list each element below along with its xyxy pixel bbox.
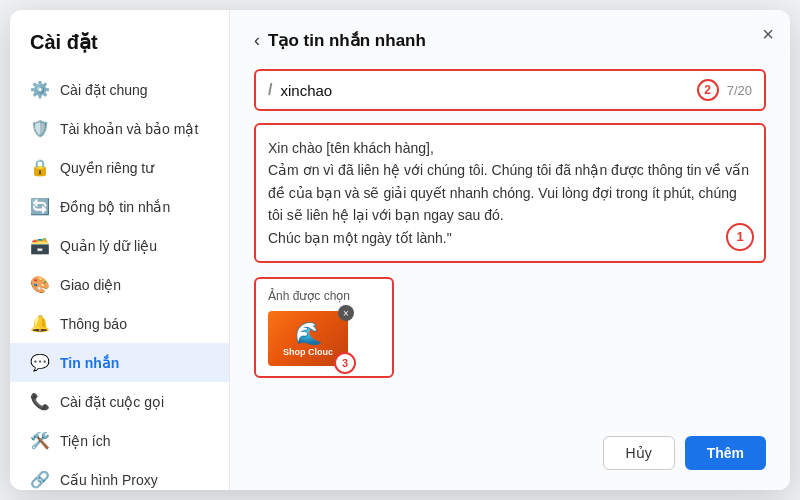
sidebar-item-calls[interactable]: 📞 Cài đặt cuộc gọi xyxy=(10,382,229,421)
sidebar-item-general[interactable]: ⚙️ Cài đặt chung xyxy=(10,70,229,109)
sidebar-item-label: Quyền riêng tư xyxy=(60,160,154,176)
sidebar-title: Cài đặt xyxy=(10,26,229,70)
sidebar-item-utilities[interactable]: 🛠️ Tiện ích xyxy=(10,421,229,460)
image-thumb-wrapper: 🌊 Shop Clouc × 3 xyxy=(268,311,348,366)
image-section-label: Ảnh được chọn xyxy=(268,289,380,303)
sidebar-item-label: Đồng bộ tin nhắn xyxy=(60,199,170,215)
settings-dialog: Cài đặt ⚙️ Cài đặt chung 🛡️ Tài khoản và… xyxy=(10,10,790,490)
badge-2: 2 xyxy=(697,79,719,101)
utilities-icon: 🛠️ xyxy=(30,431,50,450)
sidebar-item-account[interactable]: 🛡️ Tài khoản và bảo mật xyxy=(10,109,229,148)
interface-icon: 🎨 xyxy=(30,275,50,294)
add-button[interactable]: Thêm xyxy=(685,436,766,470)
sidebar-item-label: Tiện ích xyxy=(60,433,111,449)
sidebar-item-label: Cấu hình Proxy xyxy=(60,472,158,488)
sidebar-item-data[interactable]: 🗃️ Quản lý dữ liệu xyxy=(10,226,229,265)
sidebar-item-notification[interactable]: 🔔 Thông báo xyxy=(10,304,229,343)
main-header: ‹ Tạo tin nhắn nhanh xyxy=(254,30,766,51)
calls-icon: 📞 xyxy=(30,392,50,411)
slash-prefix: / xyxy=(268,81,272,99)
sidebar-item-label: Thông báo xyxy=(60,316,127,332)
sidebar-item-label: Tài khoản và bảo mật xyxy=(60,121,198,137)
remove-image-button[interactable]: × xyxy=(338,305,354,321)
badge-1: 1 xyxy=(726,223,754,251)
general-icon: ⚙️ xyxy=(30,80,50,99)
account-icon: 🛡️ xyxy=(30,119,50,138)
sidebar-item-label: Giao diện xyxy=(60,277,121,293)
shortcut-row: / 2 7/20 xyxy=(254,69,766,111)
footer-row: Hủy Thêm xyxy=(603,436,766,470)
sidebar-item-label: Quản lý dữ liệu xyxy=(60,238,157,254)
sidebar-item-messages[interactable]: 💬 Tin nhắn xyxy=(10,343,229,382)
main-content: × ‹ Tạo tin nhắn nhanh / 2 7/20 Xin chào… xyxy=(230,10,790,490)
sidebar-item-label: Cài đặt cuộc gọi xyxy=(60,394,164,410)
sidebar-item-label: Tin nhắn xyxy=(60,355,119,371)
sidebar-item-privacy[interactable]: 🔒 Quyền riêng tư xyxy=(10,148,229,187)
sidebar: Cài đặt ⚙️ Cài đặt chung 🛡️ Tài khoản và… xyxy=(10,10,230,490)
cancel-button[interactable]: Hủy xyxy=(603,436,675,470)
back-button[interactable]: ‹ xyxy=(254,30,260,51)
notification-icon: 🔔 xyxy=(30,314,50,333)
messages-icon: 💬 xyxy=(30,353,50,372)
shortcut-input[interactable] xyxy=(280,82,688,99)
message-text: Xin chào [tên khách hàng], Cảm ơn vì đã … xyxy=(268,140,749,246)
sidebar-item-sync[interactable]: 🔄 Đồng bộ tin nhắn xyxy=(10,187,229,226)
main-title: Tạo tin nhắn nhanh xyxy=(268,30,426,51)
badge-3: 3 xyxy=(334,352,356,374)
shop-logo: 🌊 Shop Clouc xyxy=(283,321,333,357)
sidebar-item-proxy[interactable]: 🔗 Cấu hình Proxy xyxy=(10,460,229,490)
privacy-icon: 🔒 xyxy=(30,158,50,177)
image-section: Ảnh được chọn 🌊 Shop Clouc × 3 xyxy=(254,277,394,378)
sync-icon: 🔄 xyxy=(30,197,50,216)
sidebar-item-interface[interactable]: 🎨 Giao diện xyxy=(10,265,229,304)
proxy-icon: 🔗 xyxy=(30,470,50,489)
char-count: 7/20 xyxy=(727,83,752,98)
sidebar-item-label: Cài đặt chung xyxy=(60,82,148,98)
data-icon: 🗃️ xyxy=(30,236,50,255)
message-box[interactable]: Xin chào [tên khách hàng], Cảm ơn vì đã … xyxy=(254,123,766,263)
close-button[interactable]: × xyxy=(762,24,774,44)
